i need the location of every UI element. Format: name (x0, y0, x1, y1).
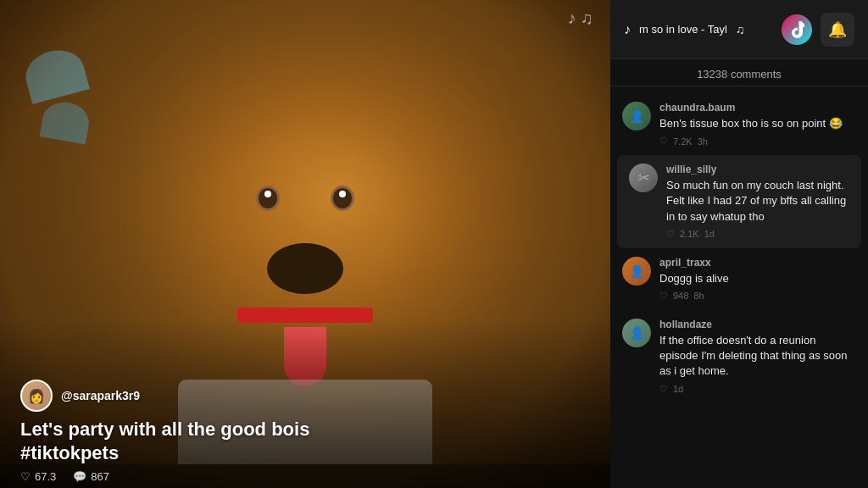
bell-button[interactable]: 🔔 (821, 13, 854, 47)
comment-username: chaundra.baum (659, 102, 856, 114)
comment-username: willie_silly (666, 164, 849, 175)
comment-item: 👤 april_traxx Doggg is alive ♡ 948 8h (610, 248, 868, 310)
heart-icon: ♡ (20, 470, 31, 483)
comment-time: 8h (693, 291, 704, 301)
music-note-icon: ♪ (624, 22, 631, 37)
comment-username: april_traxx (659, 257, 856, 269)
tiktok-logo (782, 14, 812, 45)
comment-username: hollandaze (659, 319, 856, 330)
video-caption: Let's party with all the good bois #tikt… (20, 418, 317, 464)
video-player[interactable]: 👩 @sarapark3r9 Let's party with all the … (0, 0, 610, 488)
dog-eyes (256, 186, 354, 211)
comments-total: 13238 comments (610, 59, 868, 86)
like-icon: ♡ (659, 384, 668, 395)
music-notes-decoration: ♪ ♫ (567, 8, 593, 28)
comment-body: chaundra.baum Ben's tissue box tho is so… (659, 102, 856, 147)
comments-panel: ♪ m so in love - Tayl ♫ 🔔 13238 comments… (610, 0, 868, 488)
top-bar: ♪ m so in love - Tayl ♫ 🔔 (610, 0, 868, 59)
comment-text: So much fun on my couch last night. Felt… (666, 178, 849, 225)
author-name: @sarapark3r9 (61, 389, 140, 402)
comment-text: Ben's tissue box tho is so on point 😂 (659, 116, 856, 131)
comment-body: hollandaze If the office doesn't do a re… (659, 319, 856, 395)
now-playing: ♪ m so in love - Tayl ♫ (624, 22, 782, 37)
comment-text: If the office doesn't do a reunion episo… (659, 333, 856, 380)
comment-avatar: 👤 (622, 319, 651, 347)
comment-meta: ♡ 948 8h (659, 291, 856, 302)
comment-meta: ♡ 1d (659, 384, 856, 395)
comment-time: 1d (673, 384, 683, 394)
comment-time: 1d (704, 229, 715, 239)
comment-body: april_traxx Doggg is alive ♡ 948 8h (659, 257, 856, 302)
comment-avatar: 👤 (622, 102, 651, 130)
dog-snout (267, 243, 343, 294)
comment-item-highlighted: ✂ willie_silly So much fun on my couch l… (617, 155, 861, 248)
author-area: 👩 @sarapark3r9 (20, 380, 140, 412)
like-icon: ♡ (659, 136, 668, 147)
comment-time: 3h (698, 136, 708, 147)
comment-item: 👤 chaundra.baum Ben's tissue box tho is … (610, 93, 868, 155)
stats-bar: ♡ 67.3 💬 867 (0, 464, 610, 488)
comment-body: willie_silly So much fun on my couch las… (666, 164, 849, 240)
bell-icon: 🔔 (828, 20, 847, 39)
comment-avatar: 👤 (622, 257, 651, 286)
author-avatar: 👩 (20, 380, 53, 412)
like-icon: ♡ (666, 229, 675, 240)
comment-meta: ♡ 2.1K 1d (666, 229, 849, 240)
comment-meta: ♡ 7.2K 3h (659, 136, 856, 147)
music-note-2: ♫ (736, 23, 745, 36)
dog-eye-right (331, 186, 354, 211)
comments-list[interactable]: 👤 chaundra.baum Ben's tissue box tho is … (610, 86, 868, 488)
dog-eye-left (256, 186, 280, 211)
comment-avatar: ✂ (629, 164, 658, 192)
comment-icon: 💬 (73, 470, 86, 483)
comment-likes: 7.2K (673, 136, 693, 147)
comment-count: 867 (91, 470, 109, 483)
like-count: 67.3 (35, 470, 56, 483)
comment-likes: 2.1K (680, 229, 699, 239)
like-icon: ♡ (659, 291, 668, 302)
comment-likes: 948 (673, 291, 688, 301)
comment-text: Doggg is alive (659, 271, 856, 286)
comment-stat: 💬 867 (73, 470, 109, 483)
song-title: m so in love - Tayl (639, 23, 727, 36)
comment-item: 👤 hollandaze If the office doesn't do a … (610, 310, 868, 403)
like-stat: ♡ 67.3 (20, 470, 56, 483)
